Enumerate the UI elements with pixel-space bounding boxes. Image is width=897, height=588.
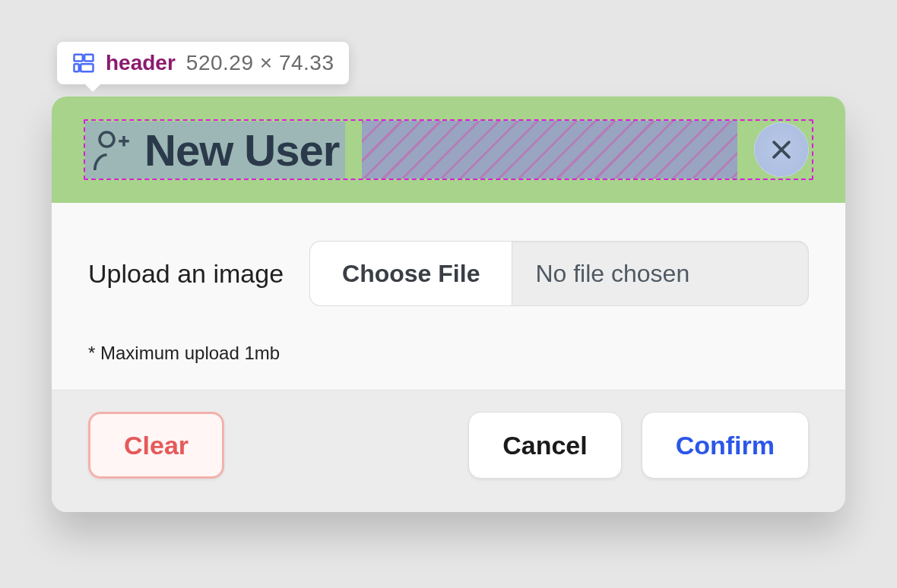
add-user-icon <box>90 127 131 172</box>
file-status-text: No file chosen <box>512 242 808 305</box>
new-user-dialog: New User Upload an image Choose File No … <box>52 96 845 512</box>
close-button[interactable] <box>754 122 809 177</box>
inspected-element-dimensions: 520.29 × 74.33 <box>186 51 334 75</box>
confirm-button[interactable]: Confirm <box>642 412 809 479</box>
devtools-inspect-tooltip: header 520.29 × 74.33 <box>57 42 349 84</box>
cancel-button[interactable]: Cancel <box>468 412 622 479</box>
flex-gap-overlay <box>362 121 737 179</box>
dialog-header: New User <box>84 119 813 180</box>
dialog-header-padding-overlay: New User <box>52 96 845 203</box>
inspected-element-tag: header <box>106 51 176 75</box>
upload-label: Upload an image <box>88 259 284 289</box>
choose-file-button[interactable]: Choose File <box>310 242 512 305</box>
svg-point-4 <box>100 132 114 147</box>
svg-rect-0 <box>74 55 83 62</box>
svg-rect-3 <box>81 64 93 71</box>
file-input[interactable]: Choose File No file chosen <box>309 241 809 306</box>
upload-hint: * Maximum upload 1mb <box>88 343 809 364</box>
dialog-footer: Clear Cancel Confirm <box>52 390 845 512</box>
flex-layout-icon <box>72 52 95 74</box>
close-icon <box>769 137 794 163</box>
dialog-body: Upload an image Choose File No file chos… <box>52 203 845 390</box>
clear-button[interactable]: Clear <box>88 412 224 479</box>
dialog-header-content: New User <box>85 122 345 179</box>
svg-rect-2 <box>74 64 79 71</box>
svg-rect-1 <box>84 55 93 62</box>
dialog-title: New User <box>144 125 339 175</box>
upload-row: Upload an image Choose File No file chos… <box>88 241 809 306</box>
